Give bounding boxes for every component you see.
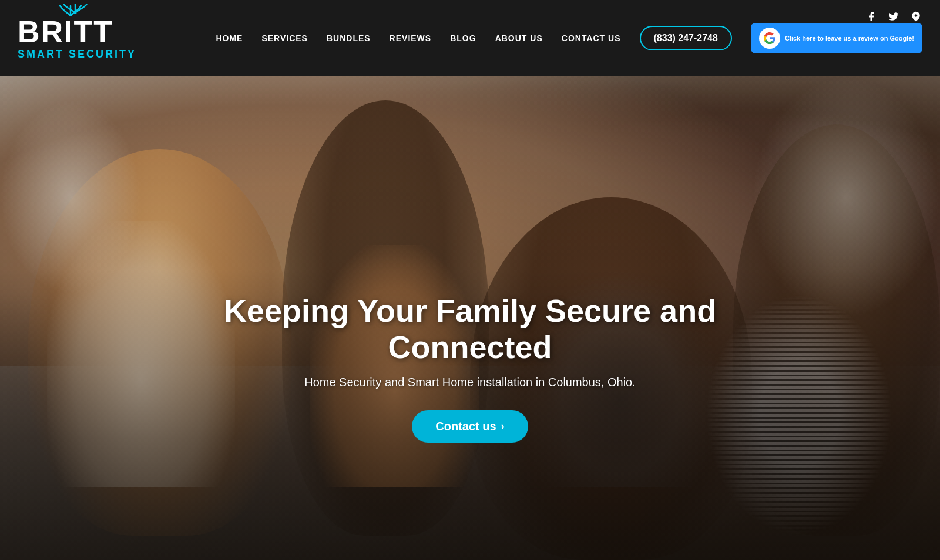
svg-point-1 bbox=[915, 14, 918, 17]
location-icon[interactable] bbox=[909, 11, 922, 25]
hero-subtitle: Home Security and Smart Home installatio… bbox=[206, 376, 734, 389]
logo-brand: BRITT bbox=[18, 15, 113, 49]
hero-section: Keeping Your Family Secure and Connected… bbox=[0, 76, 940, 560]
social-links bbox=[865, 11, 922, 25]
hero-title: Keeping Your Family Secure and Connected bbox=[206, 292, 734, 365]
nav-contact[interactable]: CONTACT US bbox=[562, 33, 621, 43]
main-nav: HOME SERVICES BUNDLES REVIEWS BLOG ABOUT… bbox=[216, 23, 922, 53]
nav-blog[interactable]: BLOG bbox=[450, 33, 476, 43]
logo-tagline: SMART SECURITY bbox=[18, 48, 136, 60]
nav-bundles[interactable]: BUNDLES bbox=[327, 33, 371, 43]
facebook-icon[interactable] bbox=[865, 11, 878, 25]
phone-button[interactable]: (833) 247-2748 bbox=[640, 26, 732, 50]
google-review-label: Click here to leave us a review on Googl… bbox=[785, 34, 914, 42]
hero-content: Keeping Your Family Secure and Connected… bbox=[206, 292, 734, 443]
site-header: BRITT SMART SECURITY HOME SERVICES BUNDL… bbox=[0, 0, 940, 76]
cta-arrow-icon: › bbox=[501, 420, 505, 433]
nav-about[interactable]: ABOUT US bbox=[495, 33, 543, 43]
cta-label: Contact us bbox=[435, 420, 496, 433]
nav-services[interactable]: SERVICES bbox=[261, 33, 308, 43]
logo-area[interactable]: BRITT SMART SECURITY bbox=[18, 16, 136, 60]
nav-home[interactable]: HOME bbox=[216, 33, 243, 43]
google-g-icon bbox=[759, 28, 780, 49]
contact-us-button[interactable]: Contact us › bbox=[412, 410, 528, 443]
nav-reviews[interactable]: REVIEWS bbox=[390, 33, 432, 43]
twitter-icon[interactable] bbox=[887, 11, 900, 25]
google-review-button[interactable]: Click here to leave us a review on Googl… bbox=[751, 23, 922, 53]
